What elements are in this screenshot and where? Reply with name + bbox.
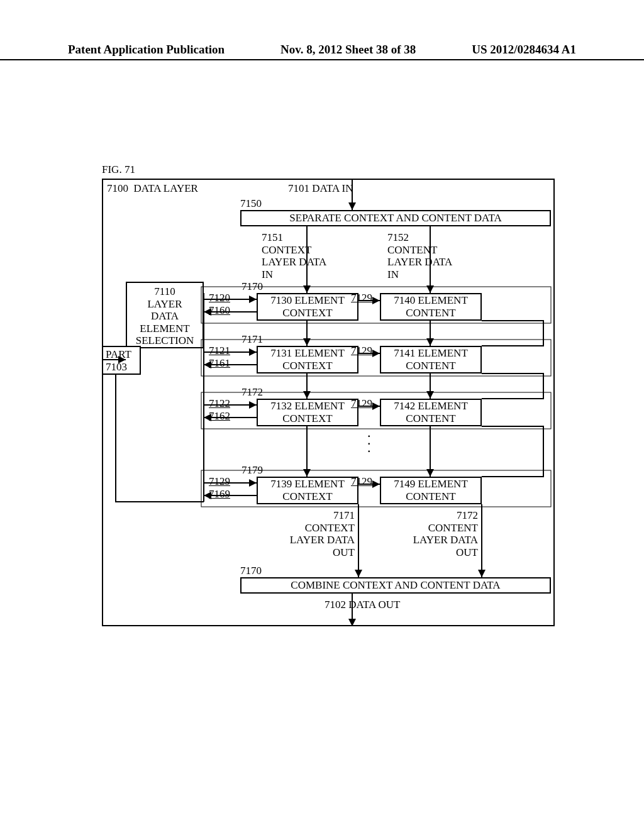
svg-rect-3 — [201, 470, 551, 507]
header-mid: Nov. 8, 2012 Sheet 38 of 38 — [280, 43, 416, 57]
page-header: Patent Application Publication Nov. 8, 2… — [0, 43, 644, 60]
svg-rect-1 — [201, 340, 551, 376]
header-left: Patent Application Publication — [68, 43, 225, 57]
svg-rect-0 — [201, 287, 551, 323]
header-right: US 2012/0284634 A1 — [472, 43, 576, 57]
connector-svg — [103, 180, 556, 633]
figure-caption: FIG. 71 — [102, 163, 135, 176]
diagram-outer: 7100 DATA LAYER 7101 DATA IN 7150 SEPARA… — [102, 179, 555, 626]
svg-rect-2 — [201, 392, 551, 429]
